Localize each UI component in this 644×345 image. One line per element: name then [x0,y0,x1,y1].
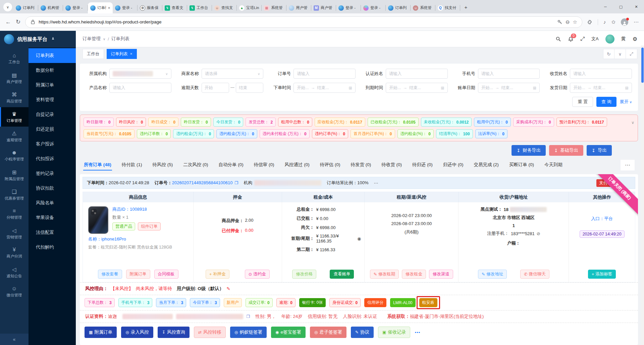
order-action-button[interactable]: ▦ 附属订单 [85,327,117,338]
submenu-item[interactable]: 附属订单 [29,78,76,92]
filter-daterange[interactable]: 开始...→结束...⊞ [386,83,448,93]
extensions-puzzle-icon[interactable] [587,19,592,25]
tab-close-icon[interactable]: ✕ [108,6,110,10]
filter-daterange[interactable]: 开始...→结束...⊞ [570,83,632,93]
settings-gear-icon[interactable]: ⚙ [633,36,637,42]
browser-tab[interactable]: ⊕ 服务保 [138,2,162,13]
chevron-down-icon[interactable]: ∨ [614,49,626,59]
zoom-out-icon[interactable]: ⊖ [566,19,570,25]
range-end[interactable]: 结束 [236,83,263,93]
breadcrumb-parent[interactable]: 订单管理 [83,36,101,42]
order-status-tab[interactable]: 待付款 (1) [121,159,143,170]
order-action-button[interactable]: ↧ 风控查询 [158,327,190,338]
order-no-link[interactable]: 2026020714492856844100610 [172,180,233,185]
filter-input[interactable]: 请输入 [109,83,171,93]
sidebar-rail-item[interactable]: ¥ 商户分润 [0,243,29,263]
browser-tab[interactable]: ▦ 系统管 [262,2,286,13]
product-name-link[interactable]: iphone16Pro [101,236,126,242]
scrollbar-track[interactable] [641,46,644,345]
submenu-item[interactable]: 协议扣款 [29,181,76,196]
submenu-item[interactable]: 数据分析 [29,63,76,78]
minimize-button[interactable]: ─ [598,0,613,13]
browser-tab[interactable]: ↯ 工作台 [187,2,212,13]
pin-icon[interactable] [51,36,55,42]
rent-action-button[interactable]: 查看账单 [330,270,354,279]
export-button[interactable]: ↧ 导出 [587,145,612,156]
browser-tab[interactable]: 订单列 [386,2,411,13]
password-key-icon[interactable] [557,19,562,25]
restore-button[interactable]: ▢ [613,0,629,13]
search-button[interactable]: 查 询 [596,97,616,107]
submenu-item[interactable]: 资料管理 [29,92,76,107]
submenu-item[interactable]: 签约记录 [29,166,76,181]
order-status-tab[interactable]: 待评估 (0) [319,159,341,170]
submenu-item[interactable]: 订单列表 [29,48,76,63]
order-status-tab[interactable]: 所有订单 (48) [83,159,112,170]
browser-tab[interactable]: Q 找支付 [435,2,460,13]
product-action-button[interactable]: 附属订单 [126,270,150,279]
browser-tab[interactable]: 登录 - [113,2,138,13]
browser-tab[interactable]: 登录 - [361,2,386,13]
order-status-tab[interactable]: 待发货 (0) [350,159,372,170]
order-action-button[interactable]: ⇄ 风控转移 [194,327,226,338]
more-tabs-button[interactable]: ⋯ [621,160,635,170]
sidebar-rail-item[interactable]: ☺ 微信管理 [0,282,29,301]
order-status-tab[interactable]: 买断订单 (0) [508,159,535,170]
browser-tab[interactable]: 登录 - [63,2,88,13]
browser-tab[interactable]: 机构管 [38,2,63,13]
close-button[interactable]: ✕ [629,0,644,13]
rent-action-button[interactable]: 修改价格 [292,270,316,279]
order-action-button[interactable]: ◉ e签宝签署 [271,327,306,338]
order-status-tab[interactable]: 今天到期 [544,159,563,170]
order-status-tab[interactable]: 自动分单 (0) [218,159,244,170]
order-status-tab[interactable]: 风控通过 (0) [284,159,310,170]
submenu-item[interactable]: 自提记录 [29,107,76,122]
browser-tab[interactable]: ↯ 查看文 [162,2,187,13]
eye-icon[interactable]: ◉ [357,236,361,241]
address-action-button[interactable]: ✎修改地址 [478,270,507,279]
translate-icon[interactable]: 文A [591,36,599,42]
user-name[interactable]: 黄 [621,36,626,42]
order-action-button[interactable]: ✎ 协议 [351,327,374,338]
sidebar-rail-item[interactable]: ❑ 优惠券管理 [0,185,29,204]
chevron-down-icon[interactable]: ∨ [103,37,105,41]
order-status-tab[interactable]: 归还中 (0) [442,159,464,170]
user-avatar[interactable] [605,34,614,44]
filter-select[interactable]: ∨ [109,69,171,79]
notification-bell-icon[interactable]: 0 [568,36,574,42]
new-tab-button[interactable]: + [462,3,470,11]
lease-action-button[interactable]: 修改渠道 [429,270,453,279]
order-status-tab[interactable]: 交易完成 (2) [473,159,499,170]
submenu-item[interactable]: 风险名单 [29,196,76,210]
filter-input[interactable]: 请输入 [293,69,356,79]
browser-tab[interactable]: ☺ 系统管 [411,2,435,13]
scrollbar-thumb[interactable] [641,48,644,83]
deposit-action-button[interactable]: ⊙违约金 [245,270,270,279]
export-button[interactable]: ↧ 基础导出 [549,145,583,156]
order-status-tab[interactable]: 待信审 (0) [253,159,275,170]
submenu-item[interactable]: 代扣解约 [29,240,76,255]
order-status-tab[interactable]: 二次风控 (0) [182,159,209,170]
eye-off-icon[interactable]: ⊘ [537,231,540,236]
order-status-tab[interactable]: 待收货 (0) [381,159,402,170]
collections-icon[interactable]: ✩ [611,19,615,25]
sidebar-rail-item[interactable]: ⌂ 工作台 [0,49,29,68]
order-action-button[interactable]: ◎ 君子签签署 [310,327,346,338]
product-action-button[interactable]: 合同模板 [154,270,178,279]
submenu-item[interactable]: 法信配置 [29,225,76,240]
deposit-action-button[interactable]: +补押金 [206,270,229,279]
sidebar-collapse-button[interactable]: « [0,334,29,345]
expand-filters-link[interactable]: 展开∨ [620,99,632,105]
sidebar-rail-item[interactable]: ⌘ 商品管理 [0,88,29,107]
search-icon[interactable] [555,36,561,42]
media-control-icon[interactable]: ♪ [603,19,606,25]
filter-daterange[interactable]: 开始...→结束...⊞ [293,83,356,93]
lease-action-button[interactable]: ✎修改租期 [370,270,399,279]
refresh-icon[interactable]: ↻ [16,18,20,25]
order-status-tab[interactable]: 待归还 (0) [412,159,433,170]
filter-input[interactable]: 请输入 [386,69,448,79]
sidebar-rail-item[interactable]: ≡ 分销管理 [0,204,29,224]
browser-tab[interactable]: ▲ 宝塔Lin [237,2,262,13]
tab-list-chevron-icon[interactable]: ∨ [3,3,12,11]
sidebar-rail-item[interactable]: ⚠ 逾期管理 [0,127,29,146]
